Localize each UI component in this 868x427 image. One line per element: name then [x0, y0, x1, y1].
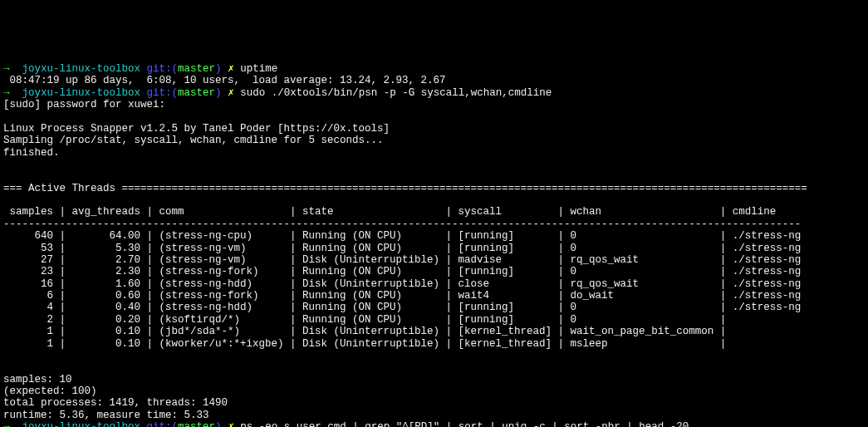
- prompt-git-prefix: git:(: [147, 421, 179, 427]
- psn-banner-2: Sampling /proc/stat, syscall, wchan, cmd…: [3, 135, 384, 146]
- prompt-host: joyxu-linux-toolbox: [22, 421, 141, 427]
- prompt-branch: master: [178, 421, 215, 427]
- prompt-git-suffix: ): [215, 63, 222, 75]
- cmd-psn: sudo ./0xtools/bin/psn -p -G syscall,wch…: [240, 87, 552, 99]
- prompt-git-suffix: ): [215, 87, 222, 99]
- prompt-arrow: →: [3, 63, 10, 75]
- table-header: samples | avg_threads | comm | state | s…: [3, 206, 776, 218]
- prompt-dirty: ✗: [228, 421, 234, 427]
- psn-footer-expected: (expected: 100): [3, 385, 97, 397]
- cmd-uptime: uptime: [240, 63, 277, 75]
- uptime-output: 08:47:19 up 86 days, 6:08, 10 users, loa…: [3, 75, 446, 86]
- sudo-prompt: [sudo] password for xuwei:: [3, 99, 165, 110]
- terminal-output: → joyxu-linux-toolbox git:(master) ✗ upt…: [3, 52, 865, 428]
- prompt-git-prefix: git:(: [147, 87, 179, 99]
- psn-banner-1: Linux Process Snapper v1.2.5 by Tanel Po…: [3, 123, 390, 135]
- table-row: 27 | 2.70 | (stress-ng-vm) | Disk (Unint…: [3, 254, 801, 266]
- active-threads-header: === Active Threads =====================…: [3, 183, 807, 194]
- psn-footer-runtime: runtime: 5.36, measure time: 5.33: [3, 410, 209, 421]
- prompt-dirty: ✗: [228, 63, 234, 75]
- table-row: 4 | 0.40 | (stress-ng-hdd) | Running (ON…: [3, 302, 801, 313]
- prompt-git-suffix: ): [215, 421, 222, 427]
- prompt-git-prefix: git:(: [147, 63, 179, 75]
- prompt-host: joyxu-linux-toolbox: [22, 63, 141, 75]
- psn-footer-processes: total processes: 1419, threads: 1490: [3, 397, 228, 409]
- prompt-host: joyxu-linux-toolbox: [22, 87, 141, 99]
- prompt-dirty: ✗: [228, 87, 234, 99]
- prompt-arrow: →: [3, 421, 10, 427]
- psn-banner-3: finished.: [3, 147, 60, 159]
- table-row: 23 | 2.30 | (stress-ng-fork) | Running (…: [3, 266, 801, 277]
- table-row: 16 | 1.60 | (stress-ng-hdd) | Disk (Unin…: [3, 278, 801, 290]
- table-row: 6 | 0.60 | (stress-ng-fork) | Running (O…: [3, 290, 801, 302]
- table-row: 1 | 0.10 | (jbd*/sda*-*) | Disk (Uninter…: [3, 326, 726, 337]
- table-row: 2 | 0.20 | (ksoftirqd/*) | Running (ON C…: [3, 314, 726, 326]
- prompt-arrow: →: [3, 87, 10, 99]
- table-row: 640 | 64.00 | (stress-ng-cpu) | Running …: [3, 230, 801, 242]
- cmd-ps: ps -eo s,user,cmd | grep "^[RD]" | sort …: [240, 421, 689, 427]
- prompt-branch: master: [178, 87, 215, 99]
- table-row: 1 | 0.10 | (kworker/u*:*+ixgbe) | Disk (…: [3, 338, 726, 350]
- psn-footer-samples: samples: 10: [3, 374, 72, 385]
- table-divider: ----------------------------------------…: [3, 218, 801, 230]
- table-row: 53 | 5.30 | (stress-ng-vm) | Running (ON…: [3, 243, 801, 254]
- prompt-branch: master: [178, 63, 215, 75]
